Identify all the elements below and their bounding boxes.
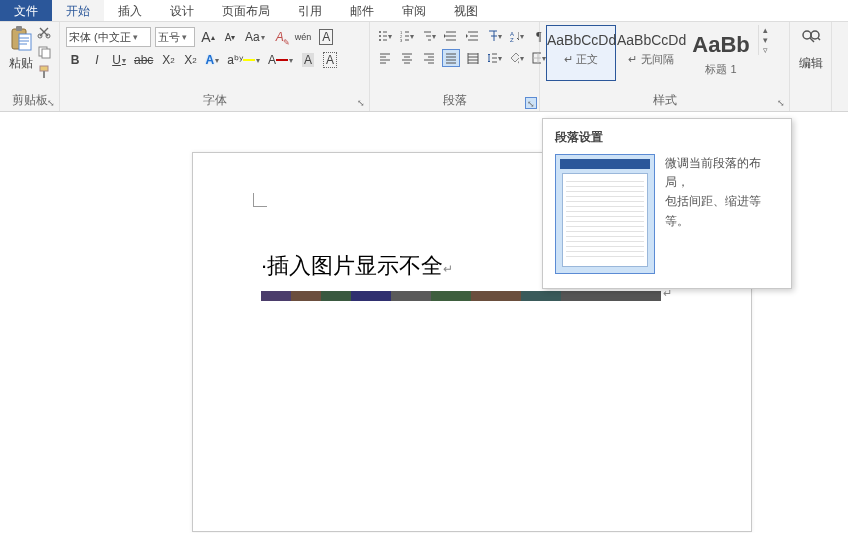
phonetic-guide-button[interactable]: wén [293, 28, 314, 46]
group-clipboard: 粘贴 剪贴板 ⤡ [0, 22, 60, 111]
tab-view[interactable]: 视图 [440, 0, 492, 21]
svg-text:Z: Z [510, 37, 514, 42]
highlight-button[interactable]: aᵇʸ [225, 51, 262, 69]
text-effects-button[interactable]: A [203, 51, 221, 69]
group-label-styles: 样式 [546, 92, 783, 111]
align-justify-button[interactable] [442, 49, 460, 67]
scroll-up-icon[interactable]: ▴ [759, 25, 772, 35]
styles-launcher-icon[interactable]: ⤡ [775, 97, 787, 109]
tab-file[interactable]: 文件 [0, 0, 52, 21]
bold-button[interactable]: B [66, 51, 84, 69]
tab-design[interactable]: 设计 [156, 0, 208, 21]
bullets-button[interactable] [376, 27, 394, 45]
return-mark-icon: ↵ [443, 262, 453, 276]
font-size-combo[interactable]: 五号 [155, 27, 195, 47]
paste-button[interactable]: 粘贴 [6, 25, 35, 72]
svg-point-10 [379, 35, 381, 37]
sort-button[interactable]: AZ [508, 27, 526, 45]
clipboard-launcher-icon[interactable]: ⤡ [45, 97, 57, 109]
indent-decrease-button[interactable] [442, 27, 460, 45]
gallery-expand-icon[interactable]: ▿ [759, 45, 772, 55]
tab-references[interactable]: 引用 [284, 0, 336, 21]
indent-increase-button[interactable] [464, 27, 482, 45]
svg-point-18 [803, 31, 811, 39]
tab-insert[interactable]: 插入 [104, 0, 156, 21]
group-label-paragraph: 段落 [376, 92, 533, 111]
svg-rect-1 [16, 26, 22, 31]
align-center-button[interactable] [398, 49, 416, 67]
style-preview: AaBbCcDd [617, 32, 685, 48]
ribbon-tabs: 文件 开始 插入 设计 页面布局 引用 邮件 审阅 视图 [0, 0, 848, 22]
svg-rect-6 [42, 49, 50, 58]
paragraph-launcher-icon[interactable]: ⤡ [525, 97, 537, 109]
scroll-down-icon[interactable]: ▾ [759, 35, 772, 45]
paste-label: 粘贴 [9, 55, 33, 72]
font-color-button[interactable]: A [266, 51, 295, 69]
style-gallery-scroll[interactable]: ▴ ▾ ▿ [758, 25, 772, 55]
clear-format-button[interactable]: A✎ [271, 28, 289, 46]
numbering-button[interactable]: 123 [398, 27, 416, 45]
style-name: ↵ 正文 [547, 52, 615, 67]
editing-label: 编辑 [799, 55, 823, 72]
margin-corner-icon [253, 193, 267, 207]
change-case-button[interactable]: Aa [243, 28, 267, 46]
group-font: 宋体 (中文正 五号 A▴ A▾ Aa A✎ wén A B I U abc X… [60, 22, 370, 111]
inserted-image[interactable] [261, 291, 661, 301]
copy-icon[interactable] [37, 45, 53, 61]
strike-button[interactable]: abc [132, 51, 155, 69]
svg-text:3: 3 [400, 38, 403, 42]
ribbon: 粘贴 剪贴板 ⤡ 宋体 (中文正 五号 A▴ A▾ Aa A✎ wén [0, 22, 848, 112]
paragraph-settings-tooltip: 段落设置 微调当前段落的布局， 包括间距、缩进等等。 [542, 118, 792, 289]
tab-mailings[interactable]: 邮件 [336, 0, 388, 21]
style-preview: AaBb [687, 32, 755, 58]
group-label-font: 字体 [66, 92, 363, 111]
superscript-button[interactable]: X2 [181, 51, 199, 69]
underline-button[interactable]: U [110, 51, 128, 69]
char-shading-button[interactable]: A [299, 51, 317, 69]
shrink-font-button[interactable]: A▾ [221, 28, 239, 46]
shading-button[interactable] [508, 49, 526, 67]
svg-point-19 [811, 31, 819, 39]
tooltip-description: 微调当前段落的布局， 包括间距、缩进等等。 [665, 154, 779, 274]
char-border-button[interactable]: A [321, 51, 339, 69]
style-heading1[interactable]: AaBb 标题 1 [686, 25, 756, 81]
subscript-button[interactable]: X2 [159, 51, 177, 69]
style-nospacing[interactable]: AaBbCcDd ↵ 无间隔 [616, 25, 686, 81]
tab-home[interactable]: 开始 [52, 0, 104, 21]
grow-font-button[interactable]: A▴ [199, 28, 217, 46]
cut-icon[interactable] [37, 25, 53, 41]
style-name: 标题 1 [687, 62, 755, 77]
italic-button[interactable]: I [88, 51, 106, 69]
style-name: ↵ 无间隔 [617, 52, 685, 67]
tab-review[interactable]: 审阅 [388, 0, 440, 21]
format-painter-icon[interactable] [37, 65, 53, 81]
line-spacing-button[interactable] [486, 49, 504, 67]
align-left-button[interactable] [376, 49, 394, 67]
align-distributed-button[interactable] [464, 49, 482, 67]
align-right-button[interactable] [420, 49, 438, 67]
style-preview: AaBbCcDd [547, 32, 615, 48]
svg-rect-2 [19, 34, 31, 50]
tooltip-thumbnail [555, 154, 655, 274]
font-name-combo[interactable]: 宋体 (中文正 [66, 27, 151, 47]
group-styles: AaBbCcDd ↵ 正文 AaBbCcDd ↵ 无间隔 AaBb 标题 1 ▴… [540, 22, 790, 111]
font-launcher-icon[interactable]: ⤡ [355, 97, 367, 109]
svg-point-9 [379, 31, 381, 33]
heading-text: 插入图片显示不全 [267, 253, 443, 278]
char-frame-button[interactable]: A [317, 28, 335, 46]
document-heading[interactable]: ·插入图片显示不全↵ [261, 251, 453, 281]
multilevel-button[interactable] [420, 27, 438, 45]
tab-layout[interactable]: 页面布局 [208, 0, 284, 21]
style-normal[interactable]: AaBbCcDd ↵ 正文 [546, 25, 616, 81]
asian-layout-button[interactable] [486, 27, 504, 45]
svg-rect-7 [40, 66, 48, 71]
find-icon [797, 25, 825, 53]
group-paragraph: 123 AZ ¶ [370, 22, 540, 111]
svg-rect-8 [43, 71, 45, 78]
tooltip-title: 段落设置 [555, 129, 779, 146]
svg-point-11 [379, 39, 381, 41]
editing-button[interactable]: 编辑 [796, 25, 825, 72]
group-editing: 编辑 [790, 22, 832, 111]
paste-icon [7, 25, 35, 53]
